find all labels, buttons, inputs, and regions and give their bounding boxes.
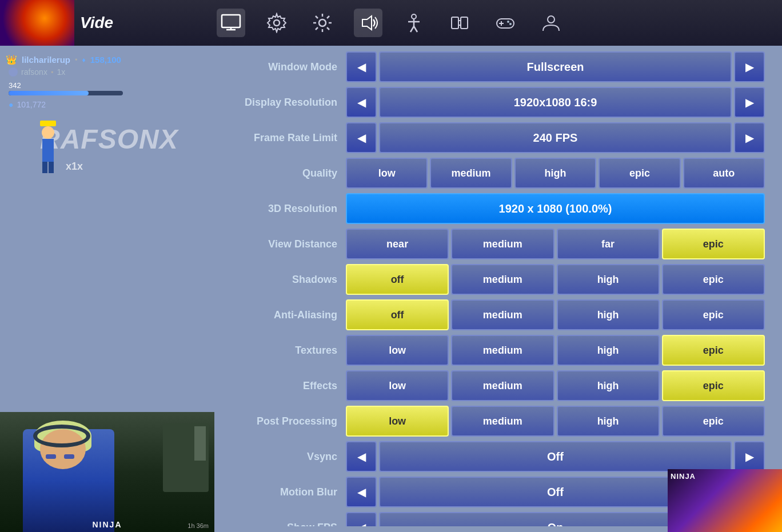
sub-count: 1x — [57, 67, 65, 77]
setting-resolution: Display Resolution ◀ 1920x1080 16:9 ▶ — [220, 87, 765, 118]
framerate-next[interactable]: ▶ — [734, 122, 765, 153]
fx-medium[interactable]: medium — [451, 370, 554, 401]
svg-point-4 — [319, 19, 326, 26]
svg-point-28 — [548, 16, 554, 23]
view-dist-far[interactable]: far — [557, 229, 660, 259]
view-dist-group: near medium far epic — [346, 229, 765, 259]
framerate-prev[interactable]: ◀ — [346, 122, 377, 153]
level-bar-container: 342 — [6, 81, 209, 95]
nav-gamepad[interactable] — [491, 9, 520, 37]
pp-high[interactable]: high — [557, 406, 660, 437]
control-textures: low medium high epic — [346, 335, 765, 366]
shadows-off[interactable]: off — [346, 264, 449, 295]
window-mode-next[interactable]: ▶ — [734, 51, 765, 82]
aa-epic[interactable]: epic — [662, 299, 765, 330]
tex-high[interactable]: high — [557, 335, 660, 366]
svg-point-14 — [412, 14, 416, 19]
tex-epic[interactable]: epic — [662, 335, 765, 366]
window-mode-prev[interactable]: ◀ — [346, 51, 377, 82]
setting-window-mode: Window Mode ◀ Fullscreen ▶ — [220, 51, 765, 82]
label-window-mode: Window Mode — [220, 61, 346, 73]
webcam-label: NINJA — [92, 520, 122, 529]
settings-scroll[interactable]: Window Mode ◀ Fullscreen ▶ Display Resol… — [220, 51, 771, 526]
effects-group: low medium high epic — [346, 370, 765, 401]
view-dist-epic[interactable]: epic — [662, 229, 765, 259]
webcam-person — [11, 418, 126, 532]
shadows-high[interactable]: high — [557, 264, 660, 295]
svg-rect-20 — [461, 17, 468, 29]
pp-medium[interactable]: medium — [451, 406, 554, 437]
svg-line-17 — [410, 26, 414, 32]
webcam: NINJA 1h 36m — [0, 412, 214, 532]
resolution-prev[interactable]: ◀ — [346, 87, 377, 118]
label-show-fps: Show FPS — [220, 522, 346, 527]
quality-low[interactable]: low — [346, 158, 428, 189]
user-coins: 101,772 — [17, 100, 46, 109]
setting-view-dist: View Distance near medium far epic — [220, 229, 765, 259]
nav-brightness[interactable] — [308, 9, 337, 37]
svg-line-11 — [327, 16, 329, 18]
tex-medium[interactable]: medium — [451, 335, 554, 366]
shadows-group: off medium high epic — [346, 264, 765, 295]
nav-profile[interactable] — [537, 9, 565, 37]
crown-icon: 👑 — [6, 54, 17, 65]
control-vsync: ◀ Off ▶ — [346, 441, 765, 472]
streamer-info: 👑 lilcharilerup • ♦ 158,100 — [6, 54, 209, 65]
svg-point-26 — [507, 21, 509, 23]
nav-icons — [217, 9, 565, 37]
diamond-icon: ♦ — [82, 56, 86, 64]
nav-audio[interactable] — [354, 9, 382, 37]
pp-low[interactable]: low — [346, 406, 449, 437]
view-dist-medium[interactable]: medium — [451, 229, 554, 259]
control-view-dist: near medium far epic — [346, 229, 765, 259]
webcam-bg: NINJA 1h 36m — [0, 412, 214, 532]
setting-effects: Effects low medium high epic — [220, 370, 765, 401]
aa-high[interactable]: high — [557, 299, 660, 330]
shadows-epic[interactable]: epic — [662, 264, 765, 295]
label-3d-res: 3D Resolution — [220, 203, 346, 215]
control-postprocessing: low medium high epic — [346, 406, 765, 437]
nav-accessibility[interactable] — [400, 9, 428, 37]
pp-group: low medium high epic — [346, 406, 765, 437]
fx-high[interactable]: high — [557, 370, 660, 401]
fx-epic[interactable]: epic — [662, 370, 765, 401]
aa-medium[interactable]: medium — [451, 299, 554, 330]
resolution-value: 1920x1080 16:9 — [379, 87, 732, 118]
tex-low[interactable]: low — [346, 335, 449, 366]
x1x-label: x1x — [66, 161, 83, 173]
shadows-medium[interactable]: medium — [451, 264, 554, 295]
setting-vsync: Vsync ◀ Off ▶ — [220, 441, 765, 472]
quality-epic[interactable]: epic — [599, 158, 680, 189]
vsync-next[interactable]: ▶ — [734, 441, 765, 472]
control-framerate: ◀ 240 FPS ▶ — [346, 122, 765, 153]
svg-line-12 — [316, 27, 318, 30]
webcam-time: 1h 36m — [187, 522, 209, 529]
view-dist-near[interactable]: near — [346, 229, 449, 259]
nav-gear[interactable] — [262, 9, 291, 37]
nav-monitor[interactable] — [217, 9, 245, 37]
sub-info: rafsonx • 1x — [6, 67, 209, 77]
fps-prev[interactable]: ◀ — [346, 512, 377, 526]
pp-epic[interactable]: epic — [662, 406, 765, 437]
window-mode-value: Fullscreen — [379, 51, 732, 82]
framerate-value: 240 FPS — [379, 122, 732, 153]
quality-high[interactable]: high — [514, 158, 596, 189]
label-textures: Textures — [220, 345, 346, 357]
level-number: 342 — [9, 81, 209, 90]
vsync-prev[interactable]: ◀ — [346, 441, 377, 472]
svg-rect-0 — [222, 15, 240, 27]
separator: • — [75, 55, 78, 64]
streamer-name: lilcharilerup — [22, 55, 70, 65]
svg-line-18 — [414, 26, 417, 32]
mb-prev[interactable]: ◀ — [346, 477, 377, 507]
setting-textures: Textures low medium high epic — [220, 335, 765, 366]
fx-low[interactable]: low — [346, 370, 449, 401]
quality-medium[interactable]: medium — [430, 158, 512, 189]
aa-off[interactable]: off — [346, 299, 449, 330]
nav-controller[interactable] — [445, 9, 474, 37]
resolution-next[interactable]: ▶ — [734, 87, 765, 118]
character-area: RAFSONX x1x — [6, 118, 209, 186]
setting-3d-res: 3D Resolution 1920 x 1080 (100.0%) — [220, 193, 765, 224]
quality-auto[interactable]: auto — [683, 158, 765, 189]
quality-group: low medium high epic auto — [346, 158, 765, 189]
